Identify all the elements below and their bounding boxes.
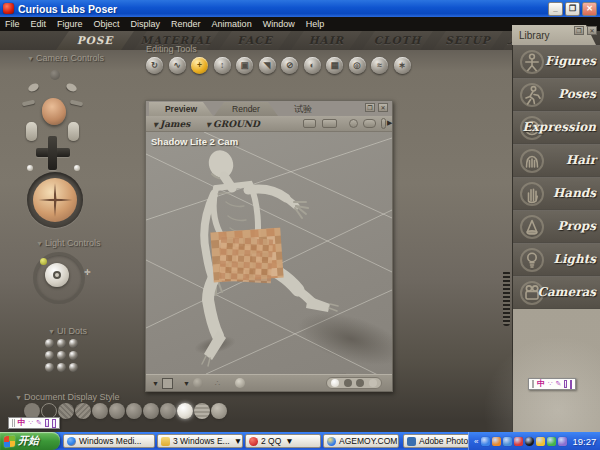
tracking-smooth[interactable] bbox=[369, 379, 377, 387]
menu-render[interactable]: Render bbox=[171, 19, 201, 29]
pen-icon[interactable]: ✎ bbox=[36, 418, 42, 428]
grouping-tool[interactable]: ▦ bbox=[326, 57, 343, 74]
color-tool[interactable]: ◐ bbox=[304, 57, 321, 74]
flyaround-camera-icon[interactable] bbox=[363, 119, 376, 128]
hand-camera-icon[interactable] bbox=[381, 118, 386, 129]
chinese-mode-icon[interactable]: 中 bbox=[18, 418, 26, 428]
menu-object[interactable]: Object bbox=[94, 19, 120, 29]
menu-help[interactable]: Help bbox=[306, 19, 325, 29]
group-dropdown-arrow[interactable]: ▼ bbox=[234, 436, 242, 446]
download-manager-icon[interactable] bbox=[492, 437, 501, 446]
library-item-cameras[interactable]: Cameras bbox=[513, 276, 600, 309]
face-camera-icon[interactable] bbox=[303, 119, 316, 128]
soft-keyboard-icon[interactable] bbox=[564, 380, 566, 388]
ui-dot[interactable] bbox=[69, 363, 78, 372]
antivirus-icon[interactable] bbox=[514, 437, 523, 446]
light-controls-label[interactable]: ▼Light Controls bbox=[36, 238, 100, 248]
options-icon[interactable] bbox=[570, 380, 572, 389]
head-camera-icon[interactable] bbox=[50, 70, 60, 80]
taskbar-item-qq-group[interactable]: 2 QQ ▼ bbox=[245, 434, 321, 448]
light-indicator-icon[interactable] bbox=[40, 258, 47, 265]
next-camera-arrow[interactable]: ▶ bbox=[387, 119, 392, 127]
camera-name-label[interactable]: Shadow Lite 2 Cam bbox=[151, 136, 238, 147]
group-dropdown-arrow[interactable]: ▼ bbox=[285, 436, 293, 446]
left-hand-control[interactable] bbox=[26, 122, 37, 141]
library-item-poses[interactable]: Poses bbox=[513, 78, 600, 111]
morphing-tool[interactable]: ≈ bbox=[371, 57, 388, 74]
ime-language-bar[interactable]: 中 ∵ ✎ bbox=[8, 417, 60, 429]
style-hidden-line[interactable] bbox=[75, 403, 91, 419]
messenger-icon[interactable] bbox=[503, 437, 512, 446]
tracking-box[interactable] bbox=[344, 379, 352, 387]
tab-pose[interactable]: POSE bbox=[56, 31, 134, 50]
close-button[interactable]: ✕ bbox=[582, 2, 597, 16]
tool-icon[interactable] bbox=[558, 437, 567, 446]
chain-break-tool[interactable]: ⊘ bbox=[281, 57, 298, 74]
ui-dot[interactable] bbox=[45, 351, 54, 360]
select-dropdown-arrow[interactable]: ▼ bbox=[152, 380, 159, 387]
restore-button[interactable]: ❐ bbox=[565, 2, 580, 16]
trackball-mini-icon[interactable] bbox=[193, 378, 203, 388]
taskbar-item-explorer-group[interactable]: 3 Windows E... ▼ bbox=[157, 434, 243, 448]
ui-dot[interactable] bbox=[69, 339, 78, 348]
taper-tool[interactable]: ◥ bbox=[259, 57, 276, 74]
light-globe-control[interactable] bbox=[45, 263, 69, 287]
doc-restore-button[interactable]: ❐ bbox=[365, 103, 375, 112]
pet-icon[interactable] bbox=[536, 437, 545, 446]
document-display-style-label[interactable]: ▼Document Display Style bbox=[15, 392, 119, 402]
focal-dot-icon[interactable] bbox=[74, 165, 80, 171]
style-flat-lined[interactable] bbox=[126, 403, 142, 419]
rotate-tool[interactable]: ↻ bbox=[146, 57, 163, 74]
doc-close-button[interactable]: ✕ bbox=[378, 103, 388, 112]
style-cartoon-line[interactable] bbox=[160, 403, 176, 419]
face-camera-control[interactable] bbox=[42, 98, 66, 125]
taskbar-clock[interactable]: 19:27 bbox=[572, 436, 596, 447]
scale-tool[interactable]: ▣ bbox=[236, 57, 253, 74]
right-hand-control[interactable] bbox=[68, 122, 79, 141]
camera-dolly-control[interactable] bbox=[48, 136, 57, 170]
direct-manipulation-tool[interactable]: ∗ bbox=[394, 57, 411, 74]
library-restore-button[interactable]: ❐ bbox=[574, 26, 584, 35]
library-item-figures[interactable]: Figures bbox=[513, 45, 600, 78]
library-item-props[interactable]: Props bbox=[513, 210, 600, 243]
minimize-button[interactable]: _ bbox=[548, 2, 563, 16]
tray-expand-chevron[interactable]: « bbox=[474, 437, 478, 446]
qq-icon[interactable] bbox=[525, 437, 534, 446]
document-title-tab[interactable]: 试验 bbox=[294, 103, 312, 116]
library-item-expression[interactable]: Expression bbox=[513, 111, 600, 144]
start-button[interactable]: 开始 bbox=[0, 432, 60, 450]
menu-display[interactable]: Display bbox=[131, 19, 161, 29]
style-wireframe[interactable] bbox=[58, 403, 74, 419]
ime-language-bar[interactable]: 中 ∵ ✎ bbox=[528, 378, 576, 390]
style-flat-shaded[interactable] bbox=[109, 403, 125, 419]
menu-figure[interactable]: Figure bbox=[57, 19, 83, 29]
translate-in-out-tool[interactable]: ↕ bbox=[214, 57, 231, 74]
ui-dot[interactable] bbox=[69, 351, 78, 360]
style-cartoon[interactable] bbox=[143, 403, 159, 419]
menu-animation[interactable]: Animation bbox=[212, 19, 252, 29]
rect-select-icon[interactable] bbox=[162, 378, 173, 389]
dots-icon[interactable]: ∴ bbox=[215, 379, 221, 388]
twist-tool[interactable]: ∿ bbox=[169, 57, 186, 74]
scale-dot-icon[interactable] bbox=[27, 165, 33, 171]
status-icon[interactable] bbox=[547, 437, 556, 446]
tracking-fast[interactable] bbox=[356, 379, 364, 387]
dolly-camera-icon[interactable] bbox=[349, 119, 358, 128]
soft-keyboard-icon[interactable] bbox=[45, 419, 49, 427]
mode-dots-icon[interactable]: ∵ bbox=[548, 379, 552, 389]
style-smooth-shaded[interactable] bbox=[177, 403, 193, 419]
ui-dot[interactable] bbox=[57, 339, 66, 348]
chinese-mode-icon[interactable]: 中 bbox=[537, 379, 545, 389]
ui-dot[interactable] bbox=[45, 363, 54, 372]
library-item-hair[interactable]: Hair bbox=[513, 144, 600, 177]
tracking-full[interactable] bbox=[331, 379, 339, 387]
translate-pull-tool[interactable]: + bbox=[191, 57, 208, 74]
camera-trackball[interactable] bbox=[27, 172, 83, 228]
style-smooth-lined[interactable] bbox=[194, 403, 210, 419]
menu-file[interactable]: File bbox=[5, 19, 20, 29]
style-lit-wireframe[interactable] bbox=[92, 403, 108, 419]
posing-camera-icon[interactable] bbox=[322, 119, 337, 128]
figure-selector[interactable]: ▼James bbox=[153, 119, 190, 129]
view-magnifier-tool[interactable]: ◎ bbox=[349, 57, 366, 74]
element-selector[interactable]: ▼GROUND bbox=[206, 119, 260, 129]
